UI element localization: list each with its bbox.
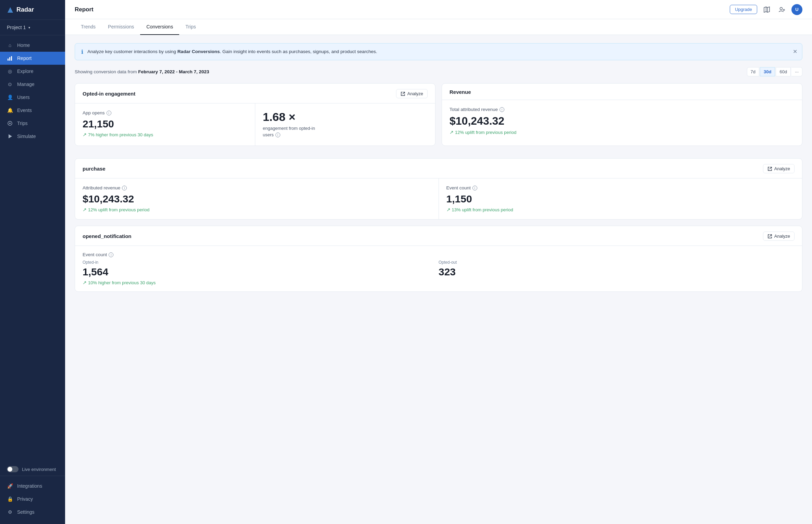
- svg-rect-2: [9, 57, 10, 61]
- live-environment-label: Live environment: [22, 467, 56, 472]
- svg-marker-0: [8, 7, 13, 13]
- svg-line-13: [770, 167, 772, 169]
- tabs-bar: Trends Permissions Conversions Trips: [65, 19, 812, 35]
- info-banner: ℹ Analyze key customer interactions by u…: [75, 43, 802, 60]
- rocket-icon: 🚀: [7, 483, 13, 489]
- sidebar-item-users[interactable]: 👤 Users: [0, 91, 65, 104]
- globe-icon: ◎: [7, 68, 13, 74]
- nav-label-settings: Settings: [17, 509, 35, 515]
- sidebar-item-report[interactable]: Report: [0, 52, 65, 65]
- purchase-event-up-icon: ↗: [446, 207, 451, 212]
- tab-trends[interactable]: Trends: [75, 19, 102, 35]
- opted-out-count-cell: Opted-out 323: [439, 260, 795, 285]
- map-icon[interactable]: [761, 4, 772, 15]
- radar-logo-icon: [7, 7, 14, 13]
- app-opens-change: ↗ 7% higher from previous 30 days: [83, 132, 247, 137]
- card-header-revenue: Revenue: [442, 84, 802, 100]
- project-selector[interactable]: Project 1 ▾: [0, 20, 65, 35]
- nav-label-events: Events: [17, 108, 32, 113]
- filter-60d[interactable]: 60d: [776, 67, 791, 76]
- analyze-button-opted-in[interactable]: Analyze: [396, 89, 428, 98]
- notification-event-count-label: Event count i: [83, 252, 795, 257]
- attributed-revenue-info-icon[interactable]: i: [122, 186, 127, 190]
- live-environment-toggle-row: Live environment: [0, 463, 65, 476]
- opted-in-value: 1,564: [83, 266, 439, 278]
- topbar: Report Upgrade U: [65, 0, 812, 19]
- top-metrics-row: Opted-in engagement Analyze App opens i: [75, 83, 802, 152]
- purchase-event-count-change: ↗ 13% uplift from previous period: [446, 207, 795, 212]
- svg-line-12: [403, 92, 405, 94]
- notification-event-info-icon[interactable]: i: [109, 252, 113, 257]
- card-title-opted-in: Opted-in engagement: [83, 91, 135, 97]
- nav-label-manage: Manage: [17, 82, 35, 87]
- opted-in-card-body: App opens i 21,150 ↗ 7% higher from prev…: [75, 103, 435, 146]
- nav-label-explore: Explore: [17, 68, 33, 74]
- external-link-icon-purchase: [767, 166, 772, 171]
- sidebar-item-manage[interactable]: ⊙ Manage: [0, 78, 65, 91]
- attributed-revenue-cell: Attributed revenue i $10,243.32 ↗ 12% up…: [75, 178, 439, 219]
- sidebar-item-trips[interactable]: Trips: [0, 117, 65, 130]
- filter-7d[interactable]: 7d: [747, 67, 759, 76]
- live-environment-toggle[interactable]: [7, 466, 19, 472]
- sidebar-item-privacy[interactable]: 🔒 Privacy: [0, 492, 65, 506]
- attributed-revenue-label: Attributed revenue i: [83, 185, 431, 190]
- svg-point-5: [9, 123, 11, 124]
- sidebar-item-settings[interactable]: ⚙ Settings: [0, 506, 65, 519]
- nav-label-privacy: Privacy: [17, 496, 33, 502]
- sidebar-bottom-nav: 🚀 Integrations 🔒 Privacy ⚙ Settings: [0, 476, 65, 524]
- purchase-event-count-cell: Event count i 1,150 ↗ 13% uplift from pr…: [439, 178, 802, 219]
- home-icon: ⌂: [7, 42, 13, 48]
- info-icon: ℹ: [81, 49, 83, 55]
- svg-marker-6: [764, 7, 770, 12]
- date-range-label: Showing conversion data from February 7,…: [75, 69, 209, 74]
- filter-30d[interactable]: 30d: [760, 67, 775, 76]
- opted-in-up-icon: ↗: [83, 280, 87, 285]
- card-title-revenue: Revenue: [450, 89, 471, 95]
- total-revenue-label: Total attributed revenue i: [450, 107, 795, 112]
- logo-text: Radar: [16, 6, 34, 13]
- filter-more[interactable]: ···: [791, 67, 802, 76]
- purchase-event-count-value: 1,150: [446, 193, 795, 205]
- avatar[interactable]: U: [791, 4, 802, 15]
- sidebar-item-events[interactable]: 🔔 Events: [0, 104, 65, 117]
- banner-text: Analyze key customer interactions by usi…: [87, 48, 377, 55]
- multiplier-sub1: engagement from opted-in: [263, 126, 428, 131]
- opted-out-value: 323: [439, 266, 795, 278]
- banner-close-button[interactable]: ✕: [793, 48, 797, 55]
- sidebar-item-simulate[interactable]: Simulate: [0, 130, 65, 143]
- analyze-button-notification[interactable]: Analyze: [763, 232, 795, 241]
- nav-label-report: Report: [17, 55, 32, 61]
- tab-trips[interactable]: Trips: [179, 19, 202, 35]
- manage-icon: ⊙: [7, 81, 13, 87]
- sidebar-item-explore[interactable]: ◎ Explore: [0, 65, 65, 78]
- sidebar: Radar Project 1 ▾ ⌂ Home Report ◎ Explor…: [0, 0, 65, 524]
- user-icon: 👤: [7, 94, 13, 100]
- nav-label-home: Home: [17, 42, 30, 48]
- notification-card: opened_notification Analyze Event count …: [75, 226, 802, 292]
- trips-icon: [7, 120, 13, 126]
- sidebar-item-integrations[interactable]: 🚀 Integrations: [0, 479, 65, 492]
- bar-chart-icon: [7, 55, 13, 61]
- upgrade-button[interactable]: Upgrade: [730, 5, 757, 14]
- svg-point-9: [780, 7, 783, 10]
- main-nav: ⌂ Home Report ◎ Explore ⊙ Manage 👤 Users…: [0, 35, 65, 463]
- nav-label-trips: Trips: [17, 121, 28, 126]
- card-title-purchase: purchase: [83, 166, 106, 172]
- add-user-icon[interactable]: [776, 4, 787, 15]
- topbar-actions: Upgrade U: [730, 4, 802, 15]
- sidebar-item-home[interactable]: ⌂ Home: [0, 39, 65, 52]
- tab-conversions[interactable]: Conversions: [140, 19, 179, 35]
- purchase-event-info-icon[interactable]: i: [472, 186, 477, 190]
- revenue-card: Revenue Total attributed revenue i $10,2…: [442, 83, 802, 146]
- analyze-button-purchase[interactable]: Analyze: [763, 164, 795, 173]
- opted-in-change: ↗ 10% higher from previous 30 days: [83, 280, 439, 285]
- revenue-info-icon[interactable]: i: [500, 107, 504, 112]
- content-area: ℹ Analyze key customer interactions by u…: [65, 35, 812, 524]
- tab-permissions[interactable]: Permissions: [102, 19, 140, 35]
- date-filter-group: 7d 30d 60d ···: [747, 67, 802, 76]
- multiplier-cell: 1.68 × engagement from opted-in users i: [255, 103, 435, 146]
- opted-in-engagement-card: Opted-in engagement Analyze App opens i: [75, 83, 435, 146]
- users-info-icon[interactable]: i: [275, 133, 280, 137]
- lock-icon: 🔒: [7, 496, 13, 502]
- app-opens-info-icon[interactable]: i: [107, 111, 111, 115]
